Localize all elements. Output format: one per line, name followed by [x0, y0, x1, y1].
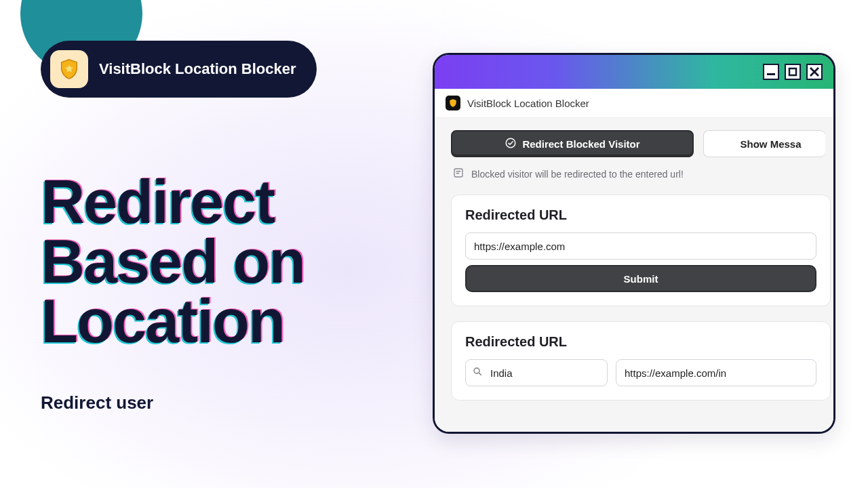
section1-heading: Redirected URL [465, 207, 816, 223]
maximize-button[interactable] [785, 64, 801, 80]
minimize-button[interactable] [763, 64, 779, 80]
check-circle-icon [505, 137, 517, 151]
close-button[interactable] [806, 64, 823, 80]
svg-rect-1 [789, 68, 796, 75]
app-window: VisitBlock Location Blocker Redirect Blo… [433, 53, 835, 434]
tab-redirect-blocked[interactable]: Redirect Blocked Visitor [451, 130, 694, 157]
svg-rect-0 [767, 73, 775, 75]
svg-point-4 [474, 368, 479, 373]
window-titlebar [435, 55, 833, 89]
tab-show-message-label: Show Messa [740, 138, 801, 150]
app-title: VisitBlock Location Blocker [467, 98, 589, 109]
app-shield-icon [446, 96, 460, 110]
app-header: VisitBlock Location Blocker [435, 89, 833, 118]
country-search-input[interactable] [465, 359, 608, 386]
tab-row: Redirect Blocked Visitor Show Messa [451, 130, 833, 157]
hint-row: Blocked visitor will be redirected to th… [452, 167, 833, 181]
search-icon [472, 366, 483, 380]
redirect-url-input[interactable] [465, 232, 816, 260]
redirect-url-card: Redirected URL Submit [451, 195, 831, 306]
brand-pill: VisitBlock Location Blocker [41, 41, 317, 98]
note-icon [452, 167, 465, 181]
shield-icon [50, 50, 88, 88]
tab-show-message[interactable]: Show Messa [703, 130, 825, 157]
section2-heading: Redirected URL [465, 334, 816, 350]
country-redirect-url-input[interactable] [616, 359, 816, 386]
submit-button[interactable]: Submit [465, 265, 816, 292]
svg-point-2 [507, 138, 516, 148]
tab-redirect-label: Redirect Blocked Visitor [522, 138, 639, 150]
svg-rect-3 [454, 169, 462, 177]
hero-title: Redirect Based on Location [41, 172, 393, 352]
country-redirect-card: Redirected URL [451, 321, 831, 401]
hero-subtitle: Redirect user [41, 392, 393, 413]
hint-text: Blocked visitor will be redirected to th… [471, 169, 684, 180]
brand-name: VisitBlock Location Blocker [99, 60, 296, 77]
